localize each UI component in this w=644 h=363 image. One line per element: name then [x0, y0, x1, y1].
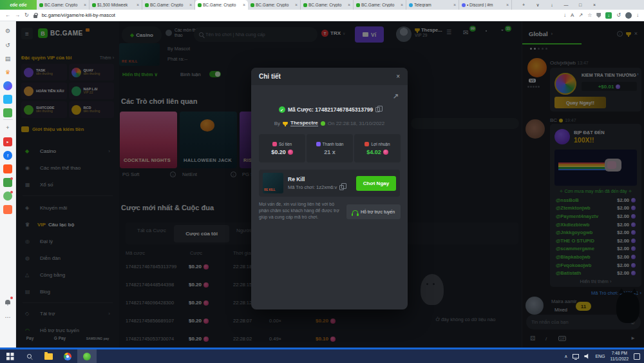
download-page-icon[interactable]	[564, 12, 566, 18]
sync-icon[interactable]	[616, 12, 621, 18]
window-minimize-button[interactable]	[559, 0, 573, 10]
bettor-name[interactable]: Thespectre	[290, 120, 318, 126]
share-icon[interactable]	[393, 92, 399, 101]
padlock-icon[interactable]	[33, 15, 37, 18]
tray-expand-icon[interactable]	[564, 354, 567, 359]
bet-meta-row: By Thespectre On 22:28:18, 31/10/2022	[251, 120, 408, 126]
modal-close-icon[interactable]	[396, 73, 400, 80]
language-indicator[interactable]: ENG	[595, 354, 605, 358]
forward-icon[interactable]	[15, 12, 20, 18]
tab-close-icon[interactable]	[453, 3, 456, 7]
bookmark-star-icon[interactable]	[587, 12, 592, 18]
tab-close-icon[interactable]	[506, 3, 509, 7]
screen: cốc cốc BC.Game: Crypto $1,500 Midweek B…	[0, 0, 644, 363]
coccoc-brand[interactable]: cốc cốc	[0, 0, 37, 10]
browser-tab[interactable]: BC.Game: Crypto	[142, 0, 195, 10]
tab-strip: BC.Game: Crypto $1,500 Midweek BC.Game: …	[37, 0, 516, 10]
token-icon	[383, 150, 388, 155]
cart-icon[interactable]	[3, 205, 12, 214]
tab-search-icon[interactable]	[531, 0, 545, 10]
stat-amount: Số tiền $0.20	[259, 134, 305, 162]
browser-tab[interactable]: BC.Game: Crypto	[195, 0, 248, 10]
browser-tab[interactable]: Telegram	[406, 0, 459, 10]
reload-icon[interactable]	[24, 12, 29, 18]
profile-avatar-icon[interactable]	[625, 12, 632, 19]
tab-close-icon[interactable]	[84, 3, 86, 7]
translate-icon[interactable]	[571, 12, 574, 18]
adblock-shield-icon[interactable]	[596, 13, 601, 18]
bet-code-row: Mã Cược: 1748217467845313799	[251, 106, 408, 113]
coccoc-button[interactable]	[77, 349, 97, 363]
sidebar-toggle-icon[interactable]	[545, 0, 559, 10]
tab-close-icon[interactable]	[137, 3, 139, 7]
url-text[interactable]: bc.game/vi/game/re-kill-by-mascot	[42, 12, 115, 18]
game-thumbnail[interactable]: RE KILL	[263, 173, 283, 193]
taskbar-search-button[interactable]	[19, 349, 39, 363]
bell-icon	[5, 300, 10, 304]
facebook-icon[interactable]	[3, 151, 12, 160]
youtube-icon[interactable]	[3, 137, 12, 146]
browser-tab[interactable]: BC.Game: Crypto	[37, 0, 90, 10]
amount-icon	[272, 142, 277, 146]
window-close-button[interactable]	[587, 0, 601, 10]
start-button[interactable]	[0, 349, 19, 363]
bcgame-site: B BC.GAME Đặc quyền VIP của tôi Thêm › T…	[16, 21, 644, 348]
tab-favicon	[198, 3, 202, 7]
browser-tab[interactable]: BC.Game: Crypto	[301, 0, 354, 10]
tab-favicon	[39, 3, 43, 7]
notifications-bell-icon[interactable]	[3, 297, 12, 306]
window-maximize-button[interactable]	[573, 0, 587, 10]
back-icon[interactable]	[5, 12, 10, 18]
shopee-icon[interactable]	[3, 164, 12, 173]
downloads-tray-icon[interactable]	[636, 12, 639, 18]
headset-icon	[352, 210, 358, 214]
tab-favicon	[92, 3, 96, 7]
action-center-icon[interactable]	[634, 353, 640, 360]
stat-profit: Lợi nhuận $4.02	[354, 134, 401, 162]
chrome-button[interactable]	[58, 349, 77, 363]
file-explorer-button[interactable]	[39, 349, 58, 363]
app-icon-green-2[interactable]	[3, 191, 12, 201]
game-name: Re Kill	[288, 176, 344, 182]
live-support-button[interactable]: Hỗ trợ trực tuyến	[346, 204, 401, 219]
profit-icon	[365, 142, 369, 146]
history-icon[interactable]	[3, 41, 12, 50]
new-tab-button[interactable]	[516, 0, 531, 10]
zalo-icon[interactable]	[3, 95, 12, 104]
browser-tab[interactable]: $1,500 Midweek	[90, 0, 142, 10]
tab-close-icon[interactable]	[243, 3, 245, 7]
system-tray: ENG 7:48 PM11/1/2022	[564, 351, 644, 362]
app-icon-green[interactable]	[3, 178, 12, 187]
share-icon[interactable]	[578, 12, 583, 18]
copy-icon[interactable]	[375, 107, 380, 112]
volume-icon[interactable]	[584, 353, 590, 359]
messenger-icon[interactable]	[3, 81, 12, 90]
settings-icon[interactable]	[3, 26, 12, 35]
reading-list-icon[interactable]	[3, 54, 12, 63]
crown-icon[interactable]	[3, 68, 12, 77]
games-icon[interactable]	[3, 108, 12, 117]
play-now-button[interactable]: Chơi Ngay	[356, 176, 396, 191]
divider	[3, 119, 13, 120]
browser-tab-bar: cốc cốc BC.Game: Crypto $1,500 Midweek B…	[0, 0, 644, 10]
copy-icon[interactable]	[339, 185, 344, 190]
add-shortcut-icon[interactable]	[3, 123, 12, 132]
network-icon[interactable]	[573, 354, 579, 358]
browser-tab[interactable]: • Discord | #m	[459, 0, 512, 10]
download-manager-icon[interactable]	[605, 12, 612, 19]
bet-details-modal: Chi tiết Mã Cược: 1748217467845313799 By…	[251, 68, 408, 309]
game-code: Mã Trò chơi: 1z2xm6:v	[288, 184, 337, 190]
game-card: RE KILL Re Kill Mã Trò chơi: 1z2xm6:v Ch…	[259, 170, 400, 197]
taskbar-clock[interactable]: 7:48 PM11/1/2022	[611, 351, 629, 362]
bet-code-text: Mã Cược: 1748217467845313799	[288, 106, 373, 113]
modal-header: Chi tiết	[251, 68, 408, 85]
tab-close-icon[interactable]	[348, 3, 350, 7]
tab-close-icon[interactable]	[401, 3, 403, 7]
tab-close-icon[interactable]	[295, 3, 298, 7]
browser-tab[interactable]: BC.Game: Crypto	[354, 0, 406, 10]
tab-favicon	[303, 3, 307, 7]
more-icon[interactable]	[3, 313, 12, 322]
tab-close-icon[interactable]	[189, 3, 192, 7]
browser-tab[interactable]: BC.Game: Crypto	[248, 0, 301, 10]
tab-favicon	[145, 3, 149, 7]
